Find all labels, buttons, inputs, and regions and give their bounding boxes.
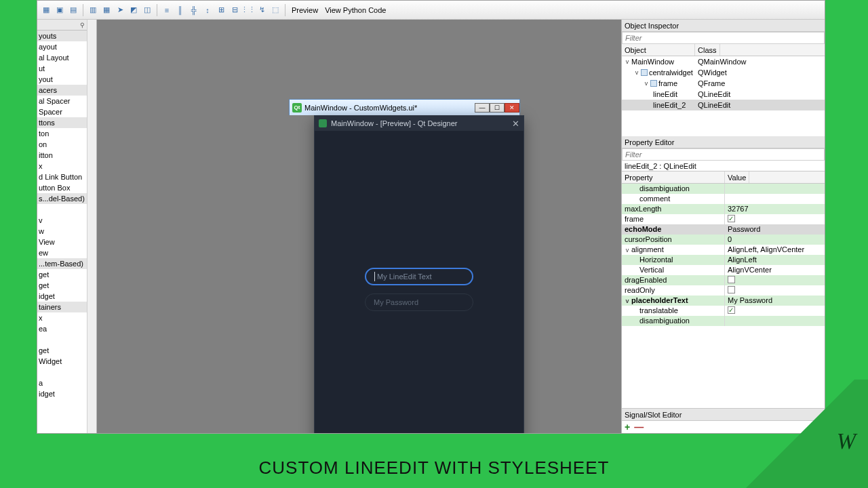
align-icon[interactable]: ║: [174, 4, 186, 16]
lineedit-password[interactable]: My Password: [365, 293, 473, 311]
grid-icon[interactable]: ⊞: [215, 4, 227, 16]
property-table[interactable]: disambiguationcommentmaxLength32767frame…: [622, 184, 825, 408]
property-header: Property Value: [622, 171, 825, 184]
editor-window-titlebar[interactable]: Qt MainWindow - CustomWidgets.ui* — ☐ ✕: [289, 99, 520, 115]
close-button[interactable]: ✕: [505, 103, 519, 113]
property-row[interactable]: dragEnabled: [622, 275, 825, 285]
property-row[interactable]: disambiguation: [622, 184, 825, 194]
tree-row[interactable]: vMainWindowQMainWindow: [622, 56, 825, 67]
scrollbar[interactable]: [87, 20, 96, 433]
tool-icon[interactable]: ◫: [141, 4, 153, 16]
toolbar: ▦ ▣ ▤ ▥ ▦ ➤ ◩ ◫ ≡ ║ ╬ ↕ ⊞ ⊟ ⋮⋮ ↯ ⬚ Previ…: [37, 1, 825, 20]
property-row[interactable]: comment: [622, 194, 825, 204]
maximize-button[interactable]: ☐: [490, 103, 505, 113]
designer-icon: [319, 119, 327, 127]
property-row[interactable]: valignmentAlignLeft, AlignVCenter: [622, 245, 825, 255]
pointer-icon[interactable]: ➤: [114, 4, 126, 16]
grid-icon[interactable]: ⋮⋮: [242, 4, 254, 16]
property-filter-input[interactable]: [622, 148, 825, 161]
object-inspector-header: Object Class: [622, 44, 825, 56]
signal-slot-panel: Signal/Slot Editor + —: [622, 408, 825, 433]
object-tree[interactable]: vMainWindowQMainWindowvcentralwidgetQWid…: [622, 56, 825, 136]
tool-icon[interactable]: ◩: [127, 4, 140, 16]
design-canvas[interactable]: Qt MainWindow - CustomWidgets.ui* — ☐ ✕ …: [97, 20, 621, 433]
property-row[interactable]: cursorPosition0: [622, 235, 825, 245]
property-row[interactable]: disambiguation: [622, 316, 825, 326]
qt-designer-window: ▦ ▣ ▤ ▥ ▦ ➤ ◩ ◫ ≡ ║ ╬ ↕ ⊞ ⊟ ⋮⋮ ↯ ⬚ Previ…: [37, 0, 825, 434]
tool-icon[interactable]: ⬚: [269, 4, 281, 16]
align-icon[interactable]: ↕: [201, 4, 214, 16]
property-editor-title: Property Editor: [622, 136, 825, 148]
property-row[interactable]: frame: [622, 214, 825, 224]
property-row[interactable]: maxLength32767: [622, 204, 825, 214]
preview-action[interactable]: Preview: [289, 6, 321, 14]
widget-box: ⚲✕ youtsayoutal Layoututyoutacersal Spac…: [37, 20, 97, 433]
preview-title-text: MainWindow - [Preview] - Qt Designer: [331, 119, 457, 127]
grid-icon[interactable]: ⊟: [229, 4, 241, 16]
tool-icon[interactable]: ▤: [67, 4, 79, 16]
remove-connection-button[interactable]: —: [634, 422, 644, 432]
view-python-code-action[interactable]: View Python Code: [322, 6, 389, 14]
align-icon[interactable]: ╬: [188, 4, 200, 16]
lineedit-focused[interactable]: My LineEdit Text: [365, 268, 473, 285]
property-row[interactable]: vplaceholderTextMy Password: [622, 296, 825, 306]
property-context: lineEdit_2 : QLineEdit: [622, 161, 825, 171]
tree-row[interactable]: vcentralwidgetQWidget: [622, 67, 825, 78]
preview-titlebar[interactable]: MainWindow - [Preview] - Qt Designer ✕: [315, 116, 524, 131]
tree-row[interactable]: lineEditQLineEdit: [622, 89, 825, 100]
property-row[interactable]: HorizontalAlignLeft: [622, 255, 825, 265]
video-caption-bar: CUSTOM LINEEDIT WITH STYLESHEET: [0, 447, 868, 488]
caption-text: CUSTOM LINEEDIT WITH STYLESHEET: [259, 458, 610, 479]
tree-row[interactable]: vframeQFrame: [622, 78, 825, 89]
property-row[interactable]: readOnly: [622, 285, 825, 296]
editor-title: MainWindow - CustomWidgets.ui*: [304, 104, 417, 112]
pin-icon[interactable]: ⚲: [80, 22, 85, 28]
tool-icon[interactable]: ▦: [40, 4, 52, 16]
add-connection-button[interactable]: +: [625, 422, 630, 432]
object-filter-input[interactable]: [622, 32, 825, 44]
tool-icon[interactable]: ↯: [256, 4, 268, 16]
layout-icon[interactable]: ▥: [87, 4, 99, 16]
right-dock: Object Inspector Object Class vMainWindo…: [621, 20, 825, 433]
preview-window: MainWindow - [Preview] - Qt Designer ✕ M…: [314, 115, 524, 433]
layout-icon[interactable]: ▦: [100, 4, 113, 16]
qt-icon: Qt: [292, 103, 302, 113]
preview-body: My LineEdit Text My Password: [315, 131, 524, 433]
signal-slot-title: Signal/Slot Editor: [622, 409, 825, 421]
tool-icon[interactable]: ▣: [54, 4, 66, 16]
property-row[interactable]: VerticalAlignVCenter: [622, 265, 825, 275]
tree-row[interactable]: lineEdit_2QLineEdit: [622, 100, 825, 110]
minimize-button[interactable]: —: [475, 103, 490, 113]
close-icon[interactable]: ✕: [512, 119, 519, 129]
align-icon[interactable]: ≡: [161, 4, 173, 16]
object-inspector-title: Object Inspector: [622, 20, 825, 32]
property-row[interactable]: echoModePassword: [622, 224, 825, 235]
property-row[interactable]: translatable: [622, 306, 825, 316]
